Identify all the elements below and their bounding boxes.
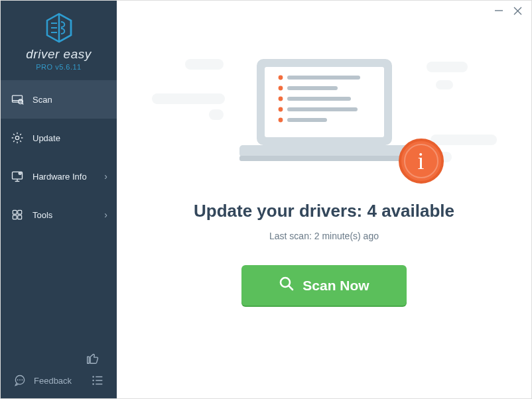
search-icon xyxy=(279,276,295,295)
laptop-icon: i xyxy=(233,55,416,170)
minimize-button[interactable] xyxy=(494,6,503,15)
svg-line-47 xyxy=(289,286,293,290)
hero-illustration: i xyxy=(233,55,416,170)
main-content: i Update your drivers: 4 available Last … xyxy=(117,1,531,398)
scan-button-label: Scan Now xyxy=(302,278,369,294)
svg-point-21 xyxy=(19,379,21,380)
scan-now-button[interactable]: Scan Now xyxy=(241,265,406,306)
info-badge-icon: i xyxy=(399,139,444,184)
list-icon[interactable] xyxy=(89,372,106,389)
brand-version: PRO v5.6.11 xyxy=(9,63,109,71)
svg-point-12 xyxy=(19,172,22,175)
sidebar: driver easy PRO v5.6.11 Scan xyxy=(1,1,117,398)
headline: Update your drivers: 4 available xyxy=(194,201,454,221)
svg-rect-15 xyxy=(13,210,17,214)
svg-point-8 xyxy=(15,136,19,139)
sidebar-item-label: Tools xyxy=(33,210,104,220)
svg-rect-45 xyxy=(287,118,327,122)
app-window: driver easy PRO v5.6.11 Scan xyxy=(0,0,532,399)
sidebar-item-label: Update xyxy=(33,133,107,143)
chevron-right-icon: › xyxy=(104,171,107,182)
svg-point-38 xyxy=(278,86,283,91)
svg-rect-4 xyxy=(13,95,23,102)
sidebar-item-scan[interactable]: Scan xyxy=(1,80,117,119)
chevron-right-icon: › xyxy=(104,209,107,220)
svg-rect-17 xyxy=(13,215,17,219)
sidebar-item-tools[interactable]: Tools › xyxy=(1,196,117,234)
svg-rect-34 xyxy=(239,145,409,157)
sidebar-nav: Scan Update xyxy=(1,80,117,234)
sidebar-item-label: Hardware Info xyxy=(33,172,104,182)
thumbs-up-button[interactable] xyxy=(84,349,101,367)
brand-name: driver easy xyxy=(9,47,109,62)
svg-point-44 xyxy=(278,118,283,123)
svg-point-42 xyxy=(278,107,283,112)
scan-icon xyxy=(10,92,25,107)
svg-rect-41 xyxy=(287,97,351,101)
logo-area: driver easy PRO v5.6.11 xyxy=(1,1,117,80)
svg-rect-39 xyxy=(287,86,338,90)
gear-icon xyxy=(10,131,25,145)
svg-rect-35 xyxy=(239,156,409,161)
svg-point-40 xyxy=(278,97,283,101)
feedback-label[interactable]: Feedback xyxy=(34,376,72,386)
sidebar-footer: Feedback xyxy=(1,343,117,398)
svg-rect-18 xyxy=(18,215,22,219)
chat-icon[interactable] xyxy=(11,372,29,389)
svg-rect-16 xyxy=(18,210,22,214)
window-controls xyxy=(494,6,522,15)
svg-rect-37 xyxy=(287,76,360,80)
svg-point-25 xyxy=(92,380,94,381)
svg-point-27 xyxy=(92,383,94,384)
svg-point-20 xyxy=(17,379,19,380)
monitor-icon xyxy=(10,169,25,184)
svg-line-7 xyxy=(23,103,24,105)
sidebar-item-update[interactable]: Update xyxy=(1,119,117,157)
tools-icon xyxy=(10,207,25,222)
sidebar-item-hardware-info[interactable]: Hardware Info › xyxy=(1,157,117,196)
last-scan-text: Last scan: 2 minute(s) ago xyxy=(269,231,379,241)
brand-logo-icon xyxy=(46,13,72,43)
svg-rect-43 xyxy=(287,107,358,111)
svg-point-36 xyxy=(278,76,283,80)
svg-point-23 xyxy=(92,376,94,377)
svg-point-22 xyxy=(22,379,23,380)
sidebar-item-label: Scan xyxy=(33,95,107,105)
close-button[interactable] xyxy=(513,6,522,15)
